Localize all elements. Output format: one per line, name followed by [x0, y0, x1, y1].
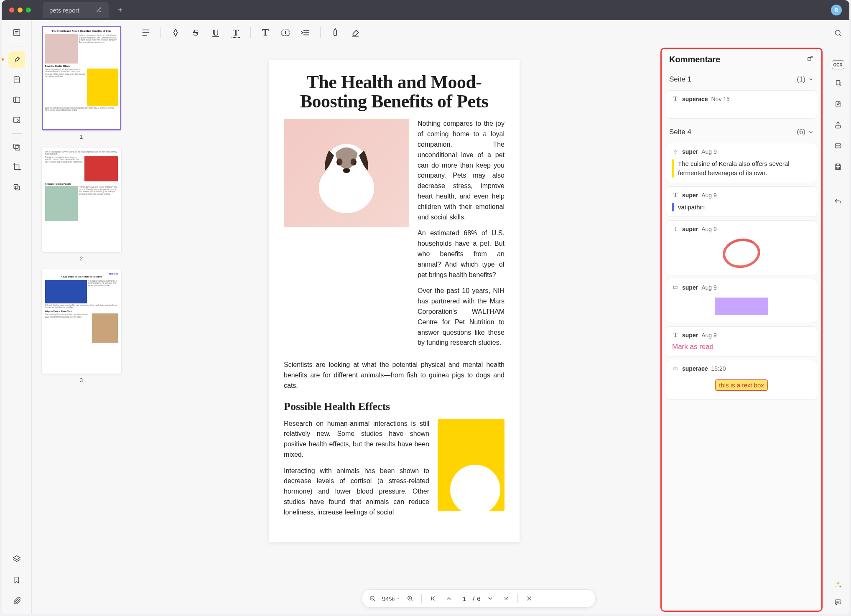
new-tab-button[interactable]: + — [112, 5, 129, 15]
eraser-icon[interactable] — [347, 24, 364, 41]
doc-subheading: Possible Health Effects — [284, 400, 504, 413]
svg-rect-10 — [14, 185, 18, 188]
share-button[interactable] — [831, 118, 845, 132]
user-avatar[interactable]: R — [831, 5, 842, 15]
svg-rect-30 — [674, 367, 677, 370]
ink-preview — [672, 237, 811, 270]
svg-rect-52 — [835, 600, 841, 604]
comment-card[interactable]: T super Aug 9 vatipathiri — [666, 186, 817, 217]
document-page: The Health and Mood-Boosting Benefits of… — [269, 60, 520, 542]
page-group-header[interactable]: Seite 4 (6) — [666, 122, 817, 140]
form-edit-button[interactable] — [8, 112, 25, 128]
ai-sparkle-icon[interactable] — [833, 579, 843, 589]
window-controls[interactable] — [9, 8, 31, 13]
comment-card[interactable]: superace 15:20 this is a text box — [666, 360, 817, 400]
zoom-out-button[interactable] — [366, 592, 379, 605]
paragraph-button[interactable] — [137, 24, 155, 41]
comment-date: Nov 15 — [711, 96, 729, 102]
svg-line-38 — [411, 600, 413, 601]
note-button[interactable] — [8, 71, 25, 88]
maximize-window[interactable] — [26, 8, 31, 13]
close-zoombar-button[interactable] — [523, 592, 535, 605]
comment-user: super — [682, 192, 698, 199]
thumbnail-panel[interactable]: The Health and Mood-Boosting Benefits of… — [32, 20, 131, 614]
popout-icon[interactable] — [806, 55, 814, 64]
comments-toggle-button[interactable] — [831, 595, 845, 609]
thumbnail-page[interactable]: add text A Key Phase in the History of T… — [38, 269, 125, 383]
comments-list[interactable]: Seite 1 (1) T superace Nov 15 — [662, 69, 821, 611]
comment-date: Aug 9 — [701, 226, 717, 232]
squiggle-underline-button[interactable]: T — [227, 24, 245, 41]
comment-body: The cuisine of Kerala also offers severa… — [678, 159, 811, 178]
highlighter-button[interactable] — [8, 51, 25, 68]
highlight-color-bar — [672, 159, 674, 178]
mail-button[interactable] — [831, 139, 845, 153]
copy-pages-button[interactable] — [8, 139, 25, 155]
svg-rect-9 — [13, 144, 18, 149]
comment-card[interactable]: super Aug 9 — [666, 279, 817, 323]
comment-user: super — [682, 284, 698, 291]
underline-button[interactable]: U — [207, 24, 224, 41]
zoom-in-button[interactable] — [404, 592, 416, 605]
rectangle-preview — [672, 295, 811, 318]
next-page-button[interactable] — [484, 592, 497, 605]
stack-button[interactable] — [8, 179, 25, 196]
undo-button[interactable] — [831, 195, 845, 209]
search-button[interactable] — [831, 26, 845, 40]
comment-user: superace — [682, 365, 708, 372]
text-button[interactable]: T — [257, 24, 274, 41]
ocr-button[interactable]: OCR — [832, 60, 844, 69]
page-group-count: (6) — [797, 128, 805, 136]
titlebar: pets report + R — [2, 0, 849, 20]
comment-card[interactable]: T super Aug 9 Mark as read — [666, 326, 817, 356]
thumbnail-page[interactable]: The Health and Mood-Boosting Benefits of… — [38, 26, 125, 140]
lock-page-button[interactable] — [831, 97, 845, 111]
comment-card[interactable]: super Aug 9 — [666, 220, 817, 275]
tab-title: pets report — [49, 7, 79, 14]
thumb-number: 1 — [80, 134, 83, 140]
current-page-input[interactable] — [459, 595, 470, 603]
first-page-button[interactable] — [427, 592, 439, 605]
layers-button[interactable] — [8, 551, 25, 568]
pen-icon[interactable] — [326, 24, 344, 41]
textbox-content: this is a text box — [715, 379, 768, 391]
save-button[interactable] — [831, 160, 845, 174]
comment-user: super — [682, 332, 698, 339]
minimize-window[interactable] — [18, 8, 23, 13]
last-page-button[interactable] — [500, 592, 512, 605]
comment-card[interactable]: super Aug 9 The cuisine of Kerala also o… — [666, 143, 817, 183]
comments-title: Kommentare — [669, 55, 720, 64]
right-tool-rail: OCR — [826, 20, 849, 614]
crop-button[interactable] — [8, 159, 25, 176]
doc-paragraph: An estimated 68% of U.S. households have… — [418, 228, 504, 280]
edit-tab-icon[interactable] — [96, 7, 102, 14]
textbox-button[interactable]: T — [277, 24, 294, 41]
marker-icon[interactable] — [167, 24, 184, 41]
hero-image — [284, 119, 409, 227]
page-group-header[interactable]: Seite 1 (1) — [666, 69, 817, 87]
thumb-number: 2 — [80, 255, 83, 262]
reader-mode-button[interactable] — [8, 24, 25, 41]
svg-rect-50 — [836, 164, 839, 165]
close-window[interactable] — [9, 8, 14, 13]
doc-title: The Health and Mood-Boosting Benefits of… — [284, 73, 504, 111]
svg-rect-51 — [836, 167, 839, 169]
sidebar-panel-button[interactable] — [8, 92, 25, 108]
list-indent-button[interactable] — [297, 24, 314, 41]
doc-paragraph: Over the past 10 years, NIH has partnere… — [418, 286, 504, 348]
document-viewport[interactable]: The Health and Mood-Boosting Benefits of… — [131, 45, 657, 614]
comment-card[interactable]: T superace Nov 15 — [666, 90, 817, 119]
prev-page-button[interactable] — [443, 592, 455, 605]
zoom-bar: 94% / 6 — [362, 589, 596, 608]
document-tab[interactable]: pets report — [43, 2, 109, 18]
duplicate-button[interactable] — [831, 76, 845, 90]
rectangle-annotation-icon — [672, 284, 679, 291]
thumbnail-page[interactable]: NIH is funding large surveys to find out… — [38, 148, 125, 262]
attachment-button[interactable] — [8, 593, 25, 609]
comment-user: super — [682, 148, 698, 155]
zoom-level[interactable]: 94% — [382, 595, 400, 602]
page-group-count: (1) — [797, 75, 805, 84]
strikethrough-button[interactable]: S — [187, 24, 204, 41]
inline-image — [438, 419, 504, 511]
bookmark-button[interactable] — [8, 572, 25, 588]
